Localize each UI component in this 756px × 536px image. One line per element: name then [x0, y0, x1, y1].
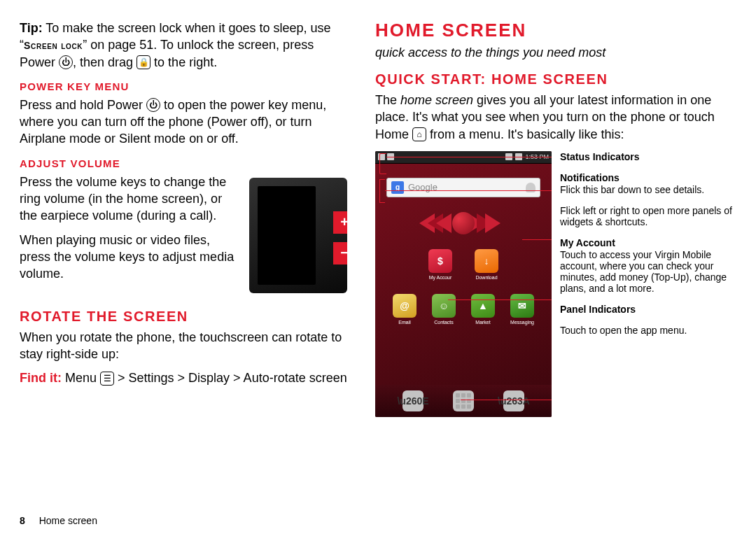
volume-down-icon: − [333, 242, 347, 265]
page-subtitle: quick access to the things you need most [375, 45, 734, 60]
app-icon-msg[interactable]: ✉Messaging [507, 294, 537, 325]
phone-dialer-icon[interactable]: \u260E [402, 390, 424, 411]
left-column: Tip: To make the screen lock when it goe… [20, 20, 370, 526]
findit-label: Find it: [20, 371, 62, 385]
rotate-heading: Rotate the screen [20, 309, 347, 325]
tip-label: Tip: [20, 21, 43, 35]
quickstart-heading: Quick start: Home screen [375, 71, 734, 87]
tip-paragraph: Tip: To make the screen lock when it goe… [20, 20, 347, 71]
screenlock-label: Screen lock [24, 40, 83, 51]
rotate-p1: When you rotate the phone, the touchscre… [20, 329, 347, 363]
adjust-volume-heading: Adjust volume [20, 157, 347, 169]
app-icon-contacts[interactable]: ☺Contacts [429, 294, 458, 325]
page-footer: 8 Home screen [20, 515, 97, 526]
app-row-1: $My Accour↓Download [375, 249, 552, 280]
app-icon-dload[interactable]: ↓Download [472, 249, 501, 280]
app-drawer-icon[interactable] [453, 390, 474, 411]
dock: \u260E \u263A [375, 385, 552, 417]
app-icon-email[interactable]: @Email [390, 294, 419, 325]
home-icon: ⌂ [412, 127, 426, 141]
lock-icon: 🔒 [136, 55, 150, 69]
panel-swipe-indicator[interactable] [375, 209, 552, 238]
callout-notifications: Notifications Flick this bar down to see… [560, 172, 732, 195]
findit-line: Find it: Menu ☰ > Settings > Display > A… [20, 369, 347, 386]
phone-side-image: + − [249, 178, 347, 293]
phone-screenshot: 1:53 PM g Google $My Accour↓Download @Em… [375, 151, 552, 417]
power-key-menu-text: Press and hold Power ⏻ to open the power… [20, 97, 347, 148]
panel-knob-icon [452, 212, 475, 234]
contacts-dock-icon[interactable]: \u263A [503, 390, 524, 411]
google-g-icon: g [391, 181, 404, 194]
app-icon-market[interactable]: ▲Market [468, 294, 498, 325]
page-title: Home screen [375, 20, 734, 41]
intro-text: The home screen gives you all your lates… [375, 92, 734, 143]
right-column: Home screen quick access to the things y… [370, 20, 734, 526]
callout-swipe: Flick left or right to open more panels … [560, 205, 732, 227]
search-field[interactable]: g Google [386, 178, 540, 197]
power-key-menu-heading: Power key menu [20, 80, 347, 92]
callouts: Status Indicators Notifications Flick th… [560, 151, 732, 346]
app-icon-myacct[interactable]: $My Accour [426, 249, 455, 280]
page-section-label: Home screen [39, 515, 97, 526]
callout-panel-indicators: Panel Indicators [560, 304, 732, 315]
volume-up-icon: + [333, 211, 347, 234]
callout-status: Status Indicators [560, 151, 732, 162]
callout-app-menu: Touch to open the app menu. [560, 325, 732, 336]
power-icon: ⏻ [146, 98, 160, 112]
power-icon: ⏻ [59, 55, 73, 69]
app-row-2: @Email☺Contacts▲Market✉Messaging [375, 294, 552, 325]
menu-icon: ☰ [100, 372, 114, 386]
page-number: 8 [20, 515, 25, 526]
callout-my-account: My Account Touch to access your Virgin M… [560, 237, 732, 294]
